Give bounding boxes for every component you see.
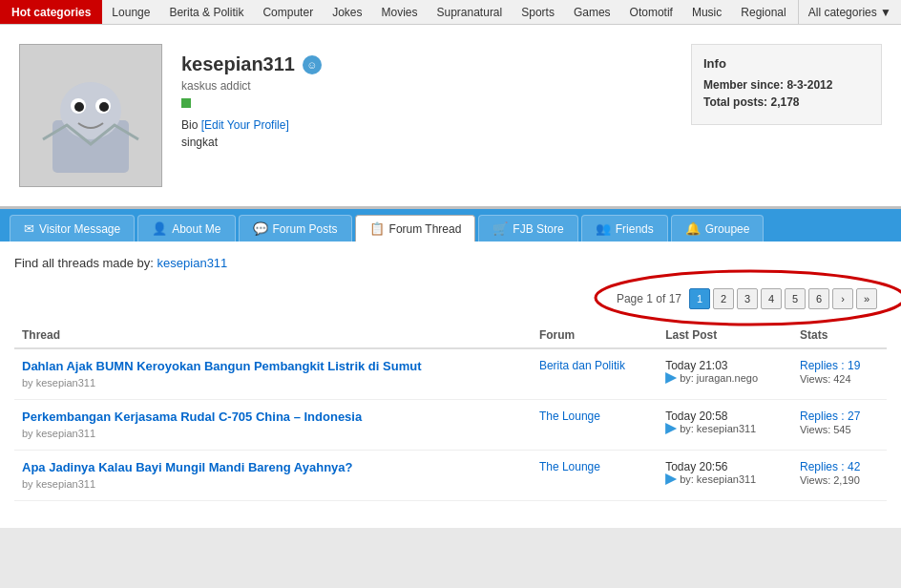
- nav-supranatural[interactable]: Supranatural: [428, 0, 513, 24]
- total-posts: Total posts: 2,178: [703, 95, 870, 109]
- top-navigation: Hot categories Lounge Berita & Politik C…: [0, 0, 901, 25]
- user-rank: kaskus addict: [181, 79, 672, 93]
- bio-row: Bio [Edit Your Profile]: [181, 118, 672, 132]
- tab-fjb-store-label: FJB Store: [513, 222, 563, 236]
- tab-groupee-label: Groupee: [705, 222, 750, 236]
- tab-forum-posts-label: Forum Posts: [273, 222, 338, 236]
- nav-regional[interactable]: Regional: [731, 0, 795, 24]
- last-post-by: by: kesepian311: [665, 473, 785, 485]
- member-since-label: Member since:: [703, 78, 784, 92]
- online-status-dot: [181, 98, 191, 108]
- member-since: Member since: 8-3-2012: [703, 78, 870, 92]
- pagination-row: Page 1 of 17 1 2 3 4 5 6 › »: [14, 284, 887, 313]
- edit-profile-link[interactable]: [Edit Your Profile]: [201, 118, 289, 132]
- pagination-container: Page 1 of 17 1 2 3 4 5 6 › »: [607, 284, 887, 313]
- svg-point-1: [60, 82, 121, 139]
- groupee-icon: 🔔: [685, 221, 701, 236]
- svg-point-5: [99, 102, 109, 112]
- bio-text: singkat: [181, 136, 672, 149]
- thread-title-link[interactable]: Apa Jadinya Kalau Bayi Mungil Mandi Bare…: [22, 460, 524, 474]
- col-last-post: Last Post: [658, 323, 792, 348]
- forum-link[interactable]: The Lounge: [539, 410, 600, 423]
- info-box: Info Member since: 8-3-2012 Total posts:…: [691, 44, 882, 125]
- profile-info: kesepian311 ☺ kaskus addict Bio [Edit Yo…: [181, 44, 672, 187]
- tab-about-me-label: About Me: [172, 222, 220, 236]
- nav-berita[interactable]: Berita & Politik: [159, 0, 253, 24]
- forum-posts-icon: 💬: [253, 221, 268, 236]
- nav-jokes[interactable]: Jokes: [323, 0, 371, 24]
- about-me-icon: 👤: [152, 221, 167, 236]
- table-row: Dahlan Ajak BUMN Keroyokan Bangun Pemban…: [14, 348, 887, 400]
- col-thread: Thread: [14, 323, 532, 348]
- tab-friends[interactable]: 👥 Friends: [581, 215, 668, 242]
- col-forum: Forum: [532, 323, 658, 348]
- page-3-button[interactable]: 3: [737, 288, 758, 309]
- last-post-by: by: juragan.nego: [665, 372, 785, 384]
- views-count: Views: 424: [800, 373, 851, 385]
- member-since-value: 8-3-2012: [786, 78, 832, 92]
- nav-movies[interactable]: Movies: [371, 0, 427, 24]
- replies-link[interactable]: Replies : 27: [800, 410, 879, 423]
- play-icon: [665, 473, 677, 485]
- info-title: Info: [703, 56, 870, 71]
- thread-title-link[interactable]: Perkembangan Kerjasama Rudal C-705 China…: [22, 410, 524, 424]
- thread-by: by kesepian311: [22, 377, 95, 388]
- tab-bar: ✉ Visitor Message 👤 About Me 💬 Forum Pos…: [0, 209, 901, 242]
- tab-forum-thread[interactable]: 📋 Forum Thread: [355, 215, 476, 242]
- tab-fjb-store[interactable]: 🛒 FJB Store: [478, 215, 577, 242]
- nav-sports[interactable]: Sports: [512, 0, 564, 24]
- last-post-time: Today 21:03: [665, 359, 785, 372]
- nav-music[interactable]: Music: [682, 0, 731, 24]
- hot-categories-button[interactable]: Hot categories: [0, 0, 102, 24]
- page-2-button[interactable]: 2: [713, 288, 734, 309]
- page-4-button[interactable]: 4: [761, 288, 782, 309]
- tab-forum-thread-label: Forum Thread: [389, 222, 462, 236]
- nav-otomotif[interactable]: Otomotif: [620, 0, 682, 24]
- username: kesepian311: [181, 53, 295, 75]
- thread-title-link[interactable]: Dahlan Ajak BUMN Keroyokan Bangun Pemban…: [22, 359, 524, 373]
- tab-about-me[interactable]: 👤 About Me: [137, 215, 235, 242]
- replies-link[interactable]: Replies : 42: [800, 460, 879, 473]
- tab-visitor-message[interactable]: ✉ Visitor Message: [10, 215, 135, 242]
- nav-games[interactable]: Games: [564, 0, 620, 24]
- friends-icon: 👥: [596, 221, 611, 236]
- last-post-by: by: kesepian311: [665, 423, 785, 434]
- bio-label: Bio: [181, 118, 198, 132]
- fjb-store-icon: 🛒: [492, 221, 508, 236]
- views-count: Views: 545: [800, 424, 851, 435]
- thread-by: by kesepian311: [22, 428, 95, 439]
- profile-section: kesepian311 ☺ kaskus addict Bio [Edit Yo…: [0, 25, 901, 209]
- forum-thread-icon: 📋: [369, 221, 385, 236]
- all-categories-button[interactable]: All categories ▼: [798, 0, 901, 24]
- page-next-button[interactable]: ›: [832, 288, 853, 309]
- tab-forum-posts[interactable]: 💬 Forum Posts: [239, 215, 352, 242]
- page-5-button[interactable]: 5: [785, 288, 806, 309]
- last-post-time: Today 20:56: [665, 460, 785, 473]
- find-user-link[interactable]: kesepian311: [157, 256, 228, 270]
- play-icon: [665, 372, 677, 384]
- user-verified-icon: ☺: [303, 55, 322, 74]
- nav-lounge[interactable]: Lounge: [102, 0, 159, 24]
- page-1-button[interactable]: 1: [689, 288, 710, 309]
- col-stats: Stats: [792, 323, 887, 348]
- thread-table: Thread Forum Last Post Stats Dahlan Ajak…: [14, 323, 887, 501]
- username-row: kesepian311 ☺: [181, 53, 672, 75]
- total-posts-label: Total posts:: [703, 95, 767, 109]
- tab-groupee[interactable]: 🔔 Groupee: [671, 215, 765, 242]
- tab-visitor-message-label: Visitor Message: [39, 222, 120, 236]
- forum-link[interactable]: Berita dan Politik: [539, 359, 625, 372]
- page-last-button[interactable]: »: [856, 288, 877, 309]
- nav-computer[interactable]: Computer: [253, 0, 323, 24]
- thread-by: by kesepian311: [22, 478, 95, 490]
- replies-link[interactable]: Replies : 19: [800, 359, 879, 372]
- svg-point-4: [74, 102, 84, 112]
- find-threads-text: Find all threads made by: kesepian311: [14, 256, 887, 270]
- page-6-button[interactable]: 6: [808, 288, 829, 309]
- visitor-message-icon: ✉: [24, 221, 34, 236]
- page-text: Page 1 of 17: [617, 292, 681, 305]
- forum-link[interactable]: The Lounge: [539, 460, 600, 473]
- play-icon: [665, 423, 677, 434]
- total-posts-value: 2,178: [770, 95, 799, 109]
- table-row: Apa Jadinya Kalau Bayi Mungil Mandi Bare…: [14, 451, 887, 501]
- last-post-time: Today 20:58: [665, 410, 785, 423]
